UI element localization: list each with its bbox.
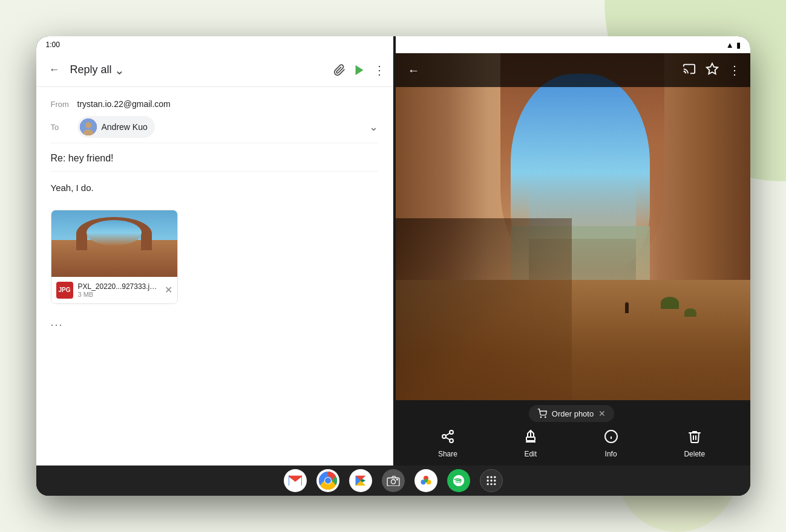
toolbar-title: Reply all [70,63,112,76]
taskbar-photos[interactable] [414,469,437,492]
svg-point-38 [494,483,496,485]
order-photo-label: Order photo [552,409,594,418]
taskbar-camera[interactable] [382,469,405,492]
svg-point-36 [486,483,488,485]
tablet-device: 1:00 ▲ ▮ ← Reply all ⌄ [36,36,750,496]
photos-toolbar-right: ⋮ [683,62,741,79]
email-body[interactable]: Yeah, I do. [51,181,378,195]
svg-marker-0 [355,65,363,75]
svg-point-34 [490,479,492,481]
recipient-chip[interactable]: Andrew Kuo [77,116,155,138]
person-silhouette [625,302,629,313]
recipient-name: Andrew Kuo [102,122,148,132]
svg-point-24 [391,479,395,484]
taskbar-play[interactable] [349,469,372,492]
email-compose: From trystan.io.22@gmail.com To [36,87,393,465]
toolbar-dropdown-button[interactable]: ⌄ [114,63,125,77]
from-value: trystan.io.22@gmail.com [77,99,171,109]
svg-line-11 [446,438,450,440]
wifi-icon: ▲ [726,41,734,50]
edit-button[interactable]: Edit [523,429,538,458]
attach-icon[interactable] [333,64,346,76]
status-bar-right: ▲ ▮ [726,41,741,50]
delete-button[interactable]: Delete [684,429,705,458]
to-label: To [51,123,70,132]
photos-actions: Share E [393,429,750,458]
status-time: 1:00 [46,41,60,49]
attachment-close-button[interactable]: ✕ [165,284,172,296]
info-icon [604,429,618,447]
svg-point-31 [490,476,492,478]
svg-rect-14 [526,437,535,441]
svg-point-35 [494,479,496,481]
share-label: Share [438,450,457,458]
svg-point-32 [494,476,496,478]
battery-icon: ▮ [736,41,741,50]
photos-panel: ← ⋮ [393,53,750,465]
photos-more-icon[interactable]: ⋮ [729,63,741,77]
taskbar-spotify[interactable] [447,469,470,492]
email-to-row: To Andrew Kuo [51,116,378,143]
svg-point-6 [540,417,541,417]
photos-back-button[interactable]: ← [403,59,425,81]
from-label: From [51,100,70,109]
email-attachment[interactable]: JPG PXL_20220...927333.jpg 3 MB ✕ [51,210,178,304]
star-icon[interactable] [706,62,719,79]
share-icon [440,429,455,447]
attachment-filename: PXL_20220...927333.jpg [78,282,157,291]
delete-label: Delete [684,450,705,458]
gmail-back-button[interactable]: ← [44,59,65,81]
panel-divider [393,53,396,435]
order-photo-chip[interactable]: Order photo ✕ [529,405,614,422]
split-screen: ← Reply all ⌄ [36,53,750,465]
svg-point-37 [490,483,492,485]
photos-bottom-bar: Order photo ✕ [393,400,750,465]
order-chip-close[interactable]: ✕ [598,409,606,418]
svg-line-12 [446,433,450,436]
taskbar-gmail[interactable] [284,469,307,492]
svg-point-29 [424,479,428,482]
attachment-size: 3 MB [78,291,157,298]
svg-point-25 [396,479,398,480]
cast-icon[interactable] [683,62,696,79]
taskbar-all-apps[interactable] [480,469,503,492]
expand-recipients-icon[interactable]: ⌄ [369,120,378,134]
screen: 1:00 ▲ ▮ ← Reply all ⌄ [36,36,750,465]
email-subject[interactable]: Re: hey friend! [51,153,378,172]
edit-icon [523,429,538,447]
email-from-field: From trystan.io.22@gmail.com [51,99,378,109]
recipient-avatar [80,118,97,135]
taskbar [36,465,750,496]
toolbar-actions: ⋮ [333,63,385,77]
file-type-icon: JPG [56,282,73,299]
svg-point-7 [545,417,545,417]
svg-marker-5 [706,63,717,73]
svg-point-2 [85,122,91,128]
delete-icon [687,429,702,447]
photos-toolbar: ← ⋮ [393,53,750,87]
shopping-cart-icon [537,409,547,418]
share-button[interactable]: Share [438,429,457,458]
gmail-panel: ← Reply all ⌄ [36,53,393,465]
svg-point-22 [325,478,331,484]
info-button[interactable]: Info [604,429,618,458]
attachment-info: JPG PXL_20220...927333.jpg 3 MB ✕ [51,277,177,303]
email-more-options[interactable]: ... [51,316,378,329]
gmail-toolbar: ← Reply all ⌄ [36,53,393,87]
more-options-icon[interactable]: ⋮ [373,63,385,77]
svg-point-33 [486,479,488,481]
info-label: Info [605,450,617,458]
svg-point-30 [486,476,488,478]
attachment-thumbnail [51,210,177,277]
edit-label: Edit [524,450,537,458]
send-icon[interactable] [353,63,366,77]
toolbar-title-area: Reply all ⌄ [70,63,329,77]
taskbar-chrome[interactable] [316,469,339,492]
